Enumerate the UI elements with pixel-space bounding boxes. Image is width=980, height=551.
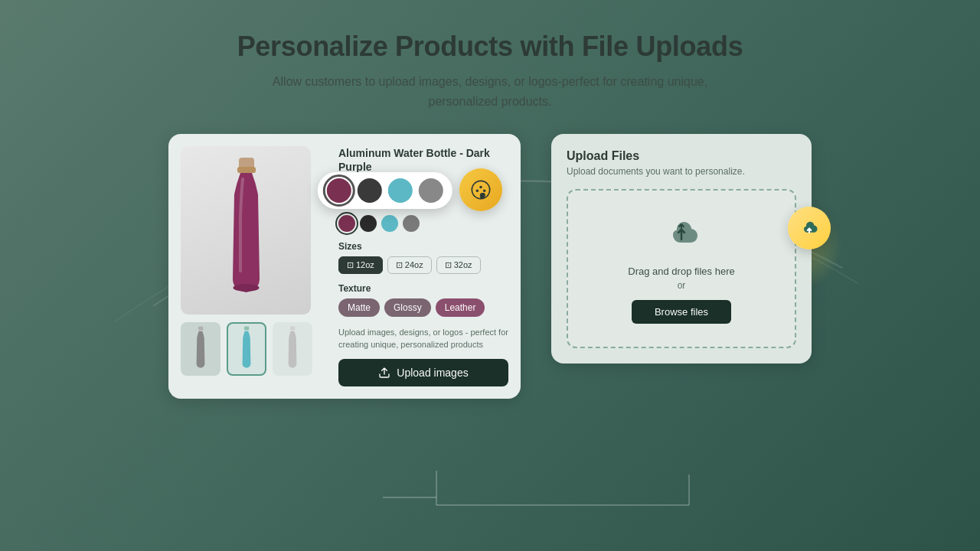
svg-point-6 — [479, 186, 482, 189]
color-popup-swatch-1[interactable] — [327, 178, 351, 203]
texture-btn-matte[interactable]: Matte — [338, 298, 380, 317]
color-popup — [318, 172, 452, 209]
svg-rect-9 — [237, 167, 256, 173]
texture-btn-glossy[interactable]: Glossy — [384, 298, 431, 317]
size-options: ⊡ 12oz ⊡ 24oz ⊡ 32oz — [338, 256, 508, 274]
texture-label: Texture — [338, 283, 508, 294]
svg-point-7 — [483, 189, 486, 192]
drop-zone-icon — [662, 214, 701, 253]
color-popup-swatch-4[interactable] — [419, 178, 443, 203]
palette-icon — [470, 179, 492, 201]
color-swatch-gray[interactable] — [403, 215, 420, 232]
upload-images-label: Upload images — [397, 367, 468, 379]
color-swatch-teal[interactable] — [381, 215, 398, 232]
upload-card: Upload Files Upload documents you want t… — [551, 134, 812, 364]
upload-images-button[interactable]: Upload images — [338, 359, 508, 386]
upload-card-title: Upload Files — [567, 149, 796, 163]
thumbnail-row — [181, 322, 326, 376]
svg-point-5 — [476, 189, 479, 192]
color-options — [338, 215, 508, 232]
page-title: Personalize Products with File Uploads — [15, 31, 965, 63]
product-image-section — [181, 146, 326, 386]
color-popup-swatch-3[interactable] — [388, 178, 413, 203]
upload-icon-badge — [788, 207, 831, 249]
thumbnail-2[interactable] — [227, 322, 266, 376]
thumbnail-1[interactable] — [181, 322, 220, 376]
main-product-image — [181, 146, 311, 315]
upload-card-subtitle: Upload documents you want to personalize… — [567, 166, 796, 177]
product-description: Upload images, designs, or logos - perfe… — [338, 326, 508, 351]
size-btn-12oz[interactable]: ⊡ 12oz — [338, 256, 383, 274]
color-swatch-black[interactable] — [360, 215, 377, 232]
upload-btn-icon — [378, 367, 390, 379]
cloud-upload-icon — [799, 217, 820, 239]
svg-point-10 — [233, 284, 259, 292]
main-content: Aluminum Water Bottle - Dark Purple $25.… — [0, 126, 980, 406]
thumbnail-3[interactable] — [273, 322, 312, 376]
texture-btn-leather[interactable]: Leather — [436, 298, 485, 317]
page-subtitle: Allow customers to upload images, design… — [260, 72, 720, 111]
svg-rect-12 — [244, 327, 249, 331]
drop-text: Drag and drop files here — [583, 266, 779, 277]
palette-icon-badge — [459, 168, 502, 211]
svg-rect-11 — [198, 327, 203, 331]
page-header: Personalize Products with File Uploads A… — [0, 0, 980, 126]
drop-or-text: or — [583, 280, 779, 291]
browse-files-button[interactable]: Browse files — [632, 300, 731, 324]
texture-options: Matte Glossy Leather — [338, 298, 508, 317]
svg-rect-13 — [290, 327, 295, 331]
color-popup-swatch-2[interactable] — [358, 178, 382, 203]
drop-zone[interactable]: Drag and drop files here or Browse files — [567, 189, 796, 348]
bottle-svg — [217, 156, 275, 305]
color-swatch-purple[interactable] — [338, 215, 355, 232]
size-btn-32oz[interactable]: ⊡ 32oz — [436, 256, 481, 274]
sizes-label: Sizes — [338, 241, 508, 252]
size-btn-24oz[interactable]: ⊡ 24oz — [387, 256, 432, 274]
